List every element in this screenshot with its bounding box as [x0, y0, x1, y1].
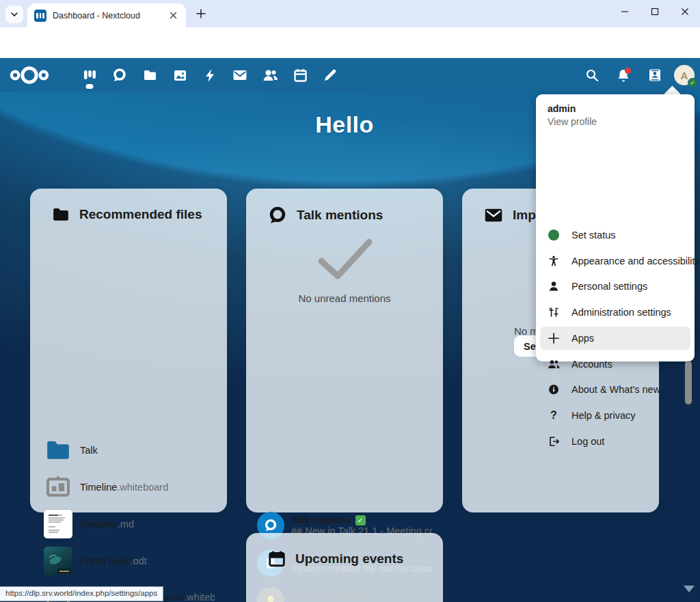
talk-icon: [268, 206, 287, 225]
file-ext: .whitebo…: [184, 592, 215, 602]
notifications-bell-icon[interactable]: [611, 60, 636, 90]
menu-item-personal-settings[interactable]: Personal settings: [540, 275, 690, 298]
browser-tab[interactable]: Dashboard - Nextcloud: [27, 3, 186, 27]
app-files-icon[interactable]: [135, 58, 165, 92]
tab-strip: Dashboard - Nextcloud: [0, 0, 700, 27]
conversation-title: Talk updates: [291, 515, 351, 525]
view-profile-link[interactable]: View profile: [548, 116, 695, 127]
scroll-down-arrow-icon[interactable]: [684, 586, 695, 592]
checked-emoji-icon: ✓: [355, 515, 366, 525]
file-ext: .odt: [130, 556, 146, 566]
file-item-talk[interactable]: Talk: [44, 433, 215, 467]
menu-item-set-status[interactable]: Set status: [540, 223, 690, 247]
user-dropdown-menu: admin View profile Set status Appearance…: [536, 94, 695, 361]
mail-icon: [484, 206, 503, 225]
file-name: Timeline: [80, 482, 117, 493]
menu-item-help[interactable]: ? Help & privacy: [540, 404, 690, 427]
person-icon: [548, 280, 560, 292]
blue-folder-icon: [44, 436, 72, 465]
file-ext: .md: [118, 519, 134, 530]
tab-search-chevron-icon[interactable]: [5, 5, 23, 23]
widget-title: Talk mentions: [297, 208, 383, 223]
tab-close-icon[interactable]: [167, 10, 179, 22]
calendar-icon: [268, 550, 286, 568]
link-status-bar: https://dlp.srv.world/index.php/settings…: [0, 586, 163, 601]
menu-item-logout[interactable]: Log out: [540, 430, 690, 453]
menu-item-appearance-accessibility[interactable]: Appearance and accessibility: [540, 249, 690, 273]
header-right-actions: A ✓: [580, 58, 695, 92]
file-name: Readme: [80, 519, 118, 530]
browser-toolbar: dlp.srv.world/index.php/apps/dashboard/: [0, 27, 700, 58]
active-app-indicator: [86, 84, 94, 89]
app-activity-icon[interactable]: [195, 58, 225, 92]
widget-title: Upcoming events: [295, 551, 403, 566]
menu-item-administration-settings[interactable]: Administration settings: [540, 301, 690, 324]
window-minimize-button[interactable]: [610, 0, 640, 23]
whiteboard-icon: [44, 473, 72, 502]
app-mail-icon[interactable]: [225, 58, 255, 92]
file-item-photo-book[interactable]: Photo book.odt: [44, 544, 215, 578]
new-tab-button[interactable]: [193, 6, 208, 21]
menu-user-name: admin: [548, 103, 695, 114]
notification-badge: [625, 68, 631, 74]
menu-item-accounts[interactable]: Accounts: [540, 353, 690, 376]
window-maximize-button[interactable]: [640, 0, 670, 23]
nextcloud-favicon-icon: [34, 10, 46, 22]
widget-title: Recommended files: [79, 207, 202, 222]
app-calendar-icon[interactable]: [285, 58, 315, 92]
user-avatar[interactable]: A ✓: [674, 65, 695, 85]
empty-state-text: No unread mentions: [246, 292, 443, 304]
file-item-readme[interactable]: Readme.md: [44, 507, 215, 541]
avatar-letter: A: [681, 70, 688, 81]
unified-search-icon[interactable]: [580, 60, 604, 90]
file-ext: .whiteboard: [117, 482, 168, 493]
browser-window: Dashboard - Nextcloud: [0, 0, 700, 602]
folder-icon: [52, 206, 70, 223]
app-dashboard-icon[interactable]: [75, 58, 105, 92]
widget-upcoming-events: Upcoming events: [246, 533, 443, 602]
tune-sliders-icon: [548, 306, 560, 318]
info-icon: [548, 383, 560, 396]
accessibility-icon: [548, 255, 560, 267]
file-item-timeline-whiteboard[interactable]: Timeline.whiteboard: [44, 470, 215, 504]
app-photos-icon[interactable]: [165, 58, 195, 92]
widget-recommended-files: Recommended files Talk Timeline.whiteboa…: [30, 189, 227, 512]
menu-item-apps[interactable]: Apps: [540, 327, 690, 350]
file-name: Photo book: [80, 556, 130, 566]
menu-item-about[interactable]: About & What's new: [540, 378, 690, 401]
plus-icon: [548, 332, 560, 344]
widget-talk-mentions: Talk mentions No unread mentions Talk up…: [246, 189, 443, 512]
tab-title: Dashboard - Nextcloud: [53, 11, 167, 20]
nextcloud-logo-icon[interactable]: [10, 66, 49, 85]
people-icon: [548, 358, 560, 370]
window-close-button[interactable]: [670, 0, 700, 23]
status-dot-icon: [548, 229, 560, 241]
user-status-check-icon: ✓: [688, 78, 697, 87]
app-talk-icon[interactable]: [105, 58, 135, 92]
photo-thumbnail: [44, 547, 72, 575]
window-controls: [610, 0, 700, 23]
page-scrollbar-thumb[interactable]: [685, 361, 692, 405]
contacts-menu-icon[interactable]: [643, 60, 667, 90]
text-document-thumbnail: [44, 510, 72, 538]
logout-icon: [548, 435, 560, 448]
app-notes-icon[interactable]: [315, 58, 345, 92]
question-icon: ?: [548, 409, 560, 422]
app-contacts-icon[interactable]: [255, 58, 285, 92]
empty-checkmark-icon: [316, 238, 375, 282]
file-name: Talk: [80, 445, 98, 456]
